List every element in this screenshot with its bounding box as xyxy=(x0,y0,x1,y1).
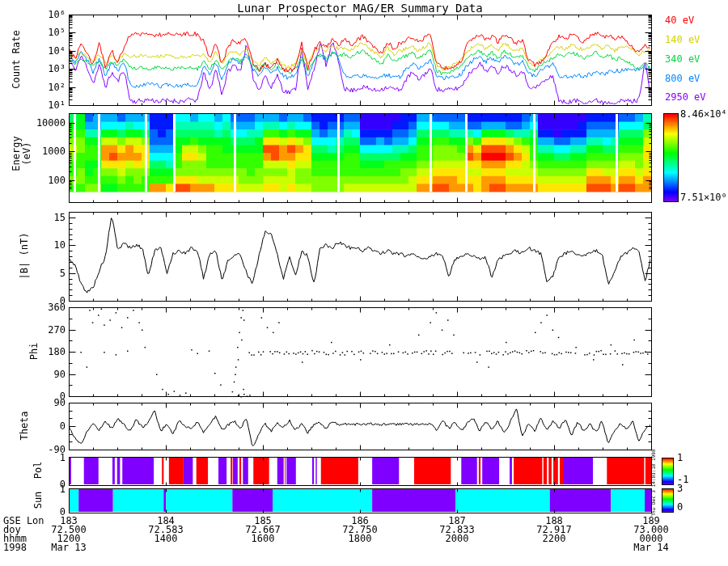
phi-ytick: 360 xyxy=(0,302,66,313)
sun-ytick: 1 xyxy=(0,484,66,495)
bottom-hhmm-value: 1800 xyxy=(324,533,396,544)
bmag-ytick: 5 xyxy=(0,268,66,279)
count-rate-ytick: 10⁴ xyxy=(0,45,66,57)
bottom-hhmm-value: 1600 xyxy=(226,533,299,544)
bottom-date-value: Mar 14 xyxy=(615,542,688,553)
bmag-ytick: 10 xyxy=(0,239,66,251)
bottom-hhmm-value: 2000 xyxy=(421,533,493,544)
legend-item-800ev: 800 eV xyxy=(665,73,700,84)
count-rate-ytick: 10⁵ xyxy=(0,27,66,38)
theta-ytick: 90 xyxy=(0,397,66,408)
phi-ytick: 270 xyxy=(0,324,66,336)
legend-item-340ev: 340 eV xyxy=(665,53,700,65)
phi-ytick: 180 xyxy=(0,346,66,357)
legend-item-40ev: 40 eV xyxy=(665,15,694,26)
energy-ytick: 10000 xyxy=(0,117,66,129)
energy-ytick: 100 xyxy=(0,175,66,186)
lunar-prospector-summary-plot: { "title": "Lunar Prospector MAG/ER Summ… xyxy=(0,0,728,566)
legend-item-2950ev: 2950 eV xyxy=(665,91,706,103)
phi-ytick: 90 xyxy=(0,369,66,380)
count-rate-ytick: 10² xyxy=(0,82,66,93)
bottom-hhmm-value: 2200 xyxy=(518,533,590,544)
plot-title: Lunar Prospector MAG/ER Summary Data xyxy=(69,2,651,15)
bottom-hhmm-value: 1400 xyxy=(129,533,202,544)
colorbar-max-label: 8.46×10⁴ xyxy=(680,108,727,120)
colorbar-min-label: 7.51×10⁰ xyxy=(680,192,727,203)
legend-item-140ev: 140 eV xyxy=(665,34,700,45)
bottom-row-label-year: 1998 xyxy=(3,542,27,553)
energy-ytick: 1000 xyxy=(0,146,66,157)
pol-scale-max-label: 1 xyxy=(677,452,683,463)
theta-ytick: 0 xyxy=(0,420,66,432)
pol-ytick: 1 xyxy=(0,452,66,463)
bmag-ytick: 15 xyxy=(0,212,66,223)
sun-scale-min-label: 0 xyxy=(677,501,683,513)
count-rate-ytick: 10³ xyxy=(0,63,66,74)
count-rate-ytick: 10¹ xyxy=(0,99,66,111)
count-rate-ytick: 10⁶ xyxy=(0,9,66,20)
bottom-date-value: Mar 13 xyxy=(32,542,105,553)
plot-canvas xyxy=(0,0,728,566)
count-rate-axis-label: Count Rate xyxy=(11,11,22,108)
sun-scale-max-label: 3 xyxy=(677,483,683,494)
